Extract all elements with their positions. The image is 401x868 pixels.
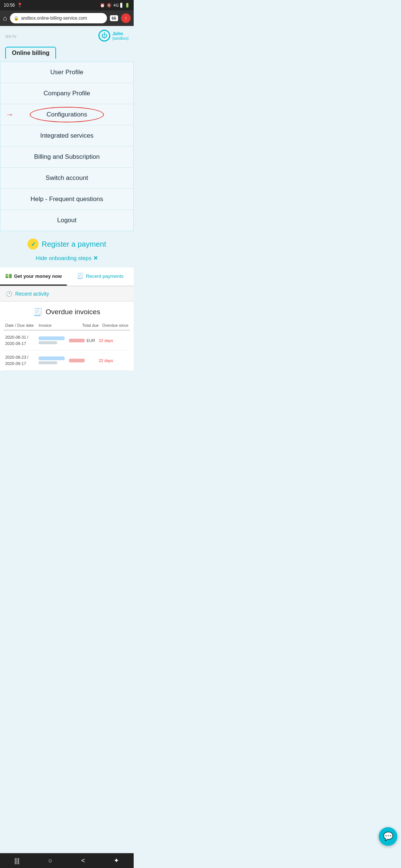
col-overdue: Overdue since [99,323,128,328]
tab-count[interactable]: 66 [110,15,118,21]
user-area: ⏻ John [sandbox] [98,30,128,42]
menu-item-user-profile[interactable]: User Profile [0,62,133,83]
logo-text: app by [5,34,16,38]
row2-date: 2020-08-23 /2020-09-17 [5,354,39,366]
recent-activity-row[interactable]: 🕐 Recent activity [0,286,134,302]
row1-invoice [39,336,69,344]
battery-icon: 🔋 [125,3,130,8]
status-left: 10:56 📍 [4,3,23,8]
user-name: John [113,31,128,36]
tab-get-money-label: Get your money now [14,273,62,279]
currency: EUR [87,338,95,343]
overdue-title-label: Overdue invoices [46,308,100,316]
tabs-row: 💵 Get your money now 🧾 Recent payments [0,267,134,286]
menu-item-help[interactable]: Help - Frequent questions [0,189,133,210]
app-header: app by ⏻ John [sandbox] [0,26,134,45]
menu-item-switch-account[interactable]: Switch account [0,168,133,189]
register-payment-button[interactable]: ✓ Register a payment [27,239,106,250]
blurred-invoice-bar2-sm [39,361,57,364]
status-bar: 10:56 📍 ⏰ 🔇 4G ▋ 🔋 [0,0,134,10]
menu-item-integrated-services[interactable]: Integrated services [0,125,133,147]
brand-label: Online billing [12,50,49,56]
time: 10:56 [4,3,15,8]
menu-item-billing-subscription[interactable]: Billing and Subscription [0,147,133,168]
col-total: Total due [69,323,99,328]
invoice-icon: 🧾 [33,308,43,316]
blurred-invoice-bar [39,336,65,340]
receipt-icon: 🧾 [77,273,84,279]
table-row: 2020-08-31 /2020-09-17 EUR 22 days [4,331,130,351]
row2-total [69,359,99,362]
col-date: Date / Due date [5,323,39,328]
user-info: John [sandbox] [113,31,128,40]
alarm-icon: ⏰ [100,3,105,8]
brand-tab[interactable]: Online billing [5,47,56,59]
row2-invoice [39,356,69,364]
url-text: andbox.online-billing-service.com [21,16,87,21]
table-header: Date / Due date Invoice Total due Overdu… [4,321,130,331]
menu-item-logout[interactable]: Logout [0,210,133,231]
user-sub: [sandbox] [113,36,128,40]
recent-activity-label: Recent activity [15,291,49,297]
row1-overdue: 22 days [99,338,128,343]
menu-item-company-profile[interactable]: Company Profile [0,83,133,104]
clock-icon: 🕐 [6,291,12,297]
dropdown-menu: User Profile Company Profile → Configura… [0,62,134,231]
url-bar[interactable]: 🔒 andbox.online-billing-service.com [10,13,107,23]
blurred-invoice-bar2 [39,356,65,360]
col-invoice: Invoice [39,323,69,328]
register-payment-section: ✓ Register a payment [0,231,134,253]
overdue-section: 🧾 Overdue invoices Date / Due date Invoi… [0,302,134,371]
overdue-title: 🧾 Overdue invoices [4,308,130,316]
browser-bar: ⌂ 🔒 andbox.online-billing-service.com 66… [0,10,134,26]
mute-icon: 🔇 [107,3,112,8]
menu-item-configurations[interactable]: → Configurations [0,104,133,125]
close-icon[interactable]: ✕ [93,255,98,261]
brand-bar: Online billing [0,45,134,62]
tab-recent-payments[interactable]: 🧾 Recent payments [67,267,134,286]
status-right: ⏰ 🔇 4G ▋ 🔋 [100,3,130,8]
main-content: ✓ Register a payment Hide onboarding ste… [0,231,134,371]
hide-onboarding-label: Hide onboarding steps [36,255,91,261]
home-icon[interactable]: ⌂ [3,14,7,22]
row2-overdue: 22 days [99,358,128,363]
lock-icon: 🔒 [14,16,19,21]
tab-recent-payments-label: Recent payments [86,273,123,279]
blurred-invoice-bar-sm [39,341,57,344]
amount-blur2 [69,359,85,362]
hide-onboarding-row[interactable]: Hide onboarding steps ✕ [0,253,134,267]
app-logo: app by [5,33,16,39]
signal-icon: ▋ [120,3,123,8]
tab-get-money[interactable]: 💵 Get your money now [0,267,67,286]
upload-button[interactable]: ↑ [121,13,131,23]
row1-total: EUR [69,338,99,343]
row1-date: 2020-08-31 /2020-09-17 [5,334,39,346]
network-label: 4G [113,3,119,7]
money-icon: 💵 [5,273,12,279]
register-payment-label: Register a payment [42,240,106,249]
configurations-wrapper: Configurations [8,111,126,118]
power-button[interactable]: ⏻ [98,30,110,42]
table-row: 2020-08-23 /2020-09-17 22 days [4,351,130,371]
location-icon: 📍 [17,3,23,8]
amount-blur [69,339,85,342]
check-icon: ✓ [27,239,39,250]
